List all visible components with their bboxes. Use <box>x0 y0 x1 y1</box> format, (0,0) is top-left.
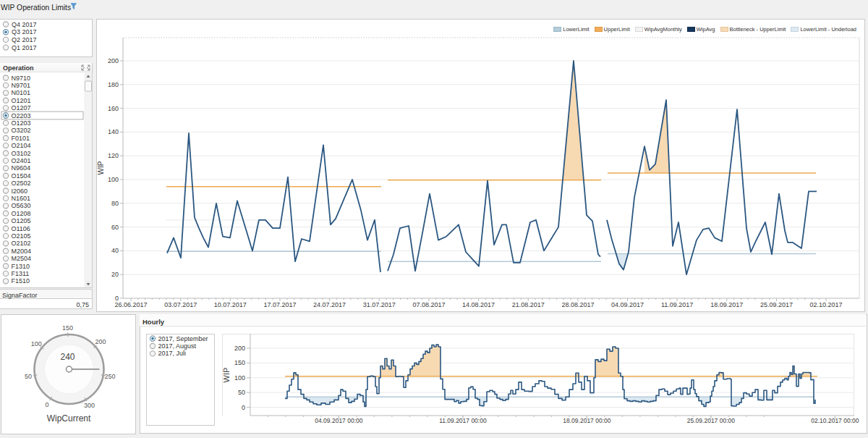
svg-text:O1207: O1207 <box>12 104 31 111</box>
svg-text:Q4 2017: Q4 2017 <box>12 21 37 28</box>
svg-text:80: 80 <box>111 200 119 207</box>
svg-text:150: 150 <box>234 359 245 366</box>
svg-text:N9710: N9710 <box>12 75 31 82</box>
svg-text:O2401: O2401 <box>12 157 31 164</box>
svg-text:O5630: O5630 <box>12 202 31 209</box>
svg-text:O1205: O1205 <box>12 217 31 224</box>
svg-text:04.09.2017: 04.09.2017 <box>611 301 644 308</box>
svg-text:F0101: F0101 <box>12 135 30 142</box>
svg-text:25.09.2017 00:00: 25.09.2017 00:00 <box>687 417 735 424</box>
svg-text:02.10.2017 00:00: 02.10.2017 00:00 <box>811 417 859 424</box>
svg-text:N0101: N0101 <box>12 89 31 96</box>
svg-text:O2203: O2203 <box>12 112 31 119</box>
svg-text:140: 140 <box>108 128 119 135</box>
svg-text:160: 160 <box>108 105 119 112</box>
svg-text:18.09.2017: 18.09.2017 <box>710 301 743 308</box>
svg-text:M2004: M2004 <box>12 248 32 255</box>
svg-text:07.08.2017: 07.08.2017 <box>412 301 445 308</box>
svg-text:20: 20 <box>111 271 119 278</box>
svg-text:250: 250 <box>105 373 116 380</box>
svg-text:200: 200 <box>108 57 119 64</box>
svg-text:26.06.2017: 26.06.2017 <box>114 301 147 308</box>
svg-text:0: 0 <box>242 404 245 411</box>
svg-text:100: 100 <box>234 374 245 382</box>
svg-text:24.07.2017: 24.07.2017 <box>313 301 346 308</box>
svg-text:14.08.2017: 14.08.2017 <box>462 301 495 308</box>
svg-text:11.09.2017 00:00: 11.09.2017 00:00 <box>439 417 487 424</box>
svg-text:02.10.2017: 02.10.2017 <box>810 301 843 308</box>
svg-text:Q3 2017: Q3 2017 <box>12 28 37 35</box>
svg-text:300: 300 <box>84 402 95 409</box>
svg-text:60: 60 <box>111 224 119 231</box>
svg-text:Q1 2017: Q1 2017 <box>12 44 37 51</box>
svg-text:O1208: O1208 <box>12 210 31 217</box>
svg-text:180: 180 <box>108 81 119 88</box>
svg-text:N1601: N1601 <box>12 195 31 202</box>
svg-text:200: 200 <box>234 345 245 352</box>
svg-text:17.07.2017: 17.07.2017 <box>263 301 296 308</box>
svg-text:F1510: F1510 <box>12 277 30 285</box>
svg-text:O2102: O2102 <box>12 240 31 247</box>
svg-text:N9604: N9604 <box>12 164 31 172</box>
svg-text:11.09.2017: 11.09.2017 <box>661 301 693 308</box>
svg-text:0: 0 <box>45 401 48 408</box>
svg-text:O3202: O3202 <box>12 127 31 134</box>
svg-text:M2504: M2504 <box>12 255 32 262</box>
svg-text:Q2 2017: Q2 2017 <box>12 36 37 43</box>
svg-text:18.09.2017 00:00: 18.09.2017 00:00 <box>563 417 610 424</box>
svg-text:I2060: I2060 <box>12 188 28 195</box>
svg-text:N9701: N9701 <box>12 82 31 89</box>
svg-text:120: 120 <box>108 152 119 159</box>
svg-text:O1201: O1201 <box>12 97 31 104</box>
svg-text:200: 200 <box>95 338 106 345</box>
svg-text:O1504: O1504 <box>12 172 31 180</box>
svg-text:03.07.2017: 03.07.2017 <box>164 301 197 308</box>
svg-text:WIP: WIP <box>97 161 105 174</box>
svg-text:O1106: O1106 <box>12 225 30 232</box>
svg-text:100: 100 <box>31 340 42 348</box>
svg-text:O3102: O3102 <box>12 150 31 157</box>
svg-text:O2502: O2502 <box>12 180 31 187</box>
svg-text:2017, August: 2017, August <box>158 342 197 350</box>
svg-text:O1203: O1203 <box>12 119 31 127</box>
svg-text:O2104: O2104 <box>12 142 31 149</box>
svg-text:10.07.2017: 10.07.2017 <box>214 301 247 308</box>
svg-text:WIP: WIP <box>222 368 231 383</box>
svg-text:O2105: O2105 <box>12 232 31 240</box>
svg-text:04.09.2017 00:00: 04.09.2017 00:00 <box>315 417 362 424</box>
svg-text:100: 100 <box>108 176 119 183</box>
svg-text:40: 40 <box>111 247 119 254</box>
svg-text:28.08.2017: 28.08.2017 <box>561 301 594 308</box>
svg-text:25.09.2017: 25.09.2017 <box>760 301 793 308</box>
svg-text:50: 50 <box>238 389 245 396</box>
svg-text:2017, Juli: 2017, Juli <box>158 350 187 357</box>
svg-text:50: 50 <box>25 373 32 380</box>
svg-text:150: 150 <box>62 324 73 332</box>
svg-text:240: 240 <box>60 352 75 362</box>
svg-text:31.07.2017: 31.07.2017 <box>363 301 396 308</box>
svg-text:2017, September: 2017, September <box>158 335 208 342</box>
svg-text:21.08.2017: 21.08.2017 <box>512 301 545 308</box>
svg-text:F1310: F1310 <box>12 263 30 270</box>
svg-text:F1311: F1311 <box>12 270 30 277</box>
